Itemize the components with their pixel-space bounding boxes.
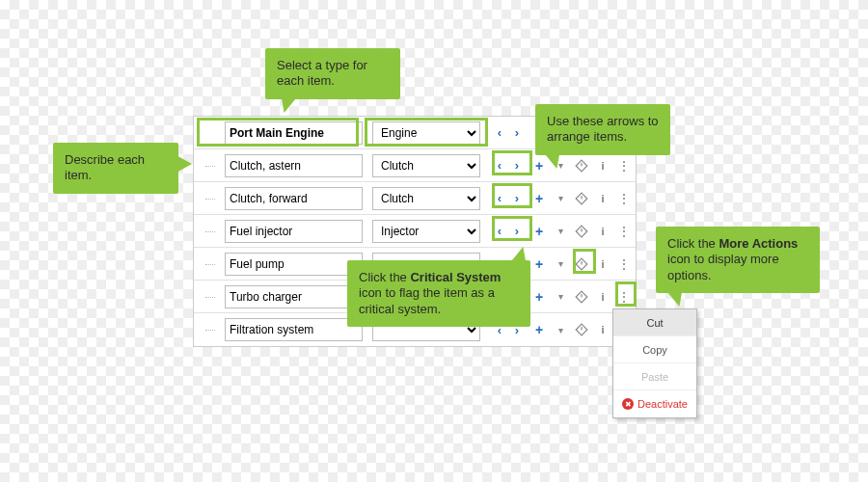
callout-text-bold: More Actions	[719, 236, 798, 251]
critical-system-icon[interactable]	[573, 288, 590, 306]
callout-tail	[175, 154, 192, 174]
callout-tail	[662, 289, 682, 307]
callout-text-post: icon to display more options.	[667, 252, 779, 281]
chevron-down-icon[interactable]: ▾	[552, 190, 569, 207]
callout-describe: Describe each item.	[53, 143, 178, 194]
item-type-cell: Engine	[368, 121, 484, 145]
more-actions-icon[interactable]: ⋮	[615, 255, 633, 273]
callout-text: Select a type for each item.	[277, 58, 367, 88]
info-icon[interactable]: i	[594, 157, 611, 174]
callout-text: Use these arrows to arrange items.	[547, 114, 659, 144]
callout-tail	[505, 247, 526, 264]
arrow-right-icon[interactable]: ›	[508, 223, 526, 240]
item-name-input[interactable]	[225, 220, 363, 243]
item-name-input[interactable]	[225, 121, 363, 145]
callout-select-type: Select a type for each item.	[265, 48, 400, 99]
more-actions-icon[interactable]: ⋮	[615, 157, 633, 174]
plus-icon[interactable]: +	[530, 255, 548, 273]
arrow-left-icon[interactable]: ‹	[491, 190, 508, 207]
callout-text-post: icon to flag the item as a critical syst…	[359, 285, 495, 315]
chevron-down-icon[interactable]: ▾	[552, 321, 569, 338]
arrow-right-icon[interactable]: ›	[508, 157, 526, 174]
more-actions-icon[interactable]: ⋮	[615, 190, 633, 207]
arrange-arrows: ‹ ›	[490, 222, 527, 241]
critical-system-icon[interactable]	[573, 255, 590, 273]
arrow-left-icon[interactable]: ‹	[491, 157, 508, 174]
menu-item-copy[interactable]: Copy	[613, 336, 696, 363]
callout-text: Describe each item.	[65, 152, 145, 182]
info-icon[interactable]: i	[594, 223, 611, 240]
item-type-select[interactable]: Engine	[372, 121, 480, 145]
callout-arrows: Use these arrows to arrange items.	[535, 104, 670, 155]
item-type-select[interactable]: Clutch	[372, 187, 480, 210]
item-name-input[interactable]	[225, 285, 363, 308]
plus-icon[interactable]: +	[530, 321, 548, 338]
menu-item-paste: Paste	[613, 363, 696, 390]
chevron-down-icon[interactable]: ▾	[552, 255, 569, 273]
info-icon[interactable]: i	[594, 321, 611, 338]
menu-item-cut[interactable]: Cut	[613, 309, 696, 336]
item-type-select[interactable]: Clutch	[372, 154, 480, 177]
callout-more: Click the More Actions icon to display m…	[656, 227, 820, 293]
callout-text-bold: Critical System	[410, 270, 501, 284]
arrow-left-icon[interactable]: ‹	[491, 124, 508, 142]
info-icon[interactable]: i	[594, 255, 611, 273]
info-icon[interactable]: i	[594, 190, 611, 207]
callout-tail	[281, 95, 301, 113]
arrow-left-icon[interactable]: ‹	[491, 223, 508, 240]
callout-text-pre: Click the	[667, 236, 719, 251]
context-menu: Cut Copy Paste Deactivate	[612, 308, 697, 418]
callout-text-pre: Click the	[359, 270, 410, 284]
item-name-input[interactable]	[225, 253, 363, 276]
chevron-down-icon[interactable]: ▾	[552, 288, 569, 306]
menu-item-deactivate[interactable]: Deactivate	[613, 390, 696, 417]
item-type-select[interactable]: Injector	[372, 220, 480, 243]
item-name-cell	[219, 121, 368, 145]
more-actions-icon[interactable]: ⋮	[615, 288, 633, 306]
critical-system-icon[interactable]	[573, 157, 590, 174]
info-icon[interactable]: i	[594, 288, 611, 306]
callout-tail	[539, 151, 559, 169]
table-row: Injector ‹ › + ▾ i ⋮	[194, 215, 636, 248]
plus-icon[interactable]: +	[530, 288, 548, 306]
table-row: Clutch ‹ › + ▾ i ⋮	[194, 182, 636, 215]
item-name-input[interactable]	[225, 187, 363, 210]
row-actions: ‹ › + ▾ i ⋮	[484, 156, 636, 175]
arrow-right-icon[interactable]: ›	[508, 124, 526, 142]
item-name-input[interactable]	[225, 318, 363, 341]
plus-icon[interactable]: +	[530, 223, 548, 240]
callout-critical: Click the Critical System icon to flag t…	[347, 260, 530, 327]
row-actions: ‹ › + ▾ i ⋮	[484, 189, 636, 208]
arrange-arrows: ‹ ›	[490, 189, 527, 208]
arrange-arrows: ‹ ›	[490, 156, 527, 175]
row-actions: ‹ › + ▾ i ⋮	[484, 222, 636, 241]
critical-system-icon[interactable]	[573, 321, 590, 338]
item-name-input[interactable]	[225, 154, 363, 177]
critical-system-icon[interactable]	[573, 223, 590, 240]
more-actions-icon[interactable]: ⋮	[615, 223, 633, 240]
arrange-arrows: ‹ ›	[490, 123, 527, 143]
chevron-down-icon[interactable]: ▾	[552, 223, 569, 240]
critical-system-icon[interactable]	[573, 190, 590, 207]
arrow-right-icon[interactable]: ›	[508, 190, 526, 207]
plus-icon[interactable]: +	[530, 190, 548, 207]
